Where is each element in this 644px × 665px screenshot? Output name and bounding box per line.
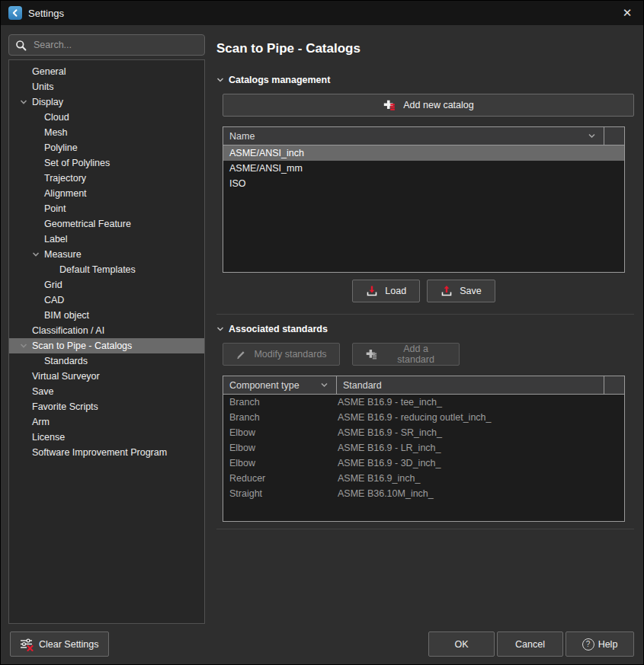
- standards-table: Component type Standard BranchASME B16.9…: [223, 376, 625, 522]
- sidebar-item[interactable]: Set of Polylines: [9, 155, 204, 171]
- sidebar-item[interactable]: Virtual Surveyor: [9, 369, 204, 384]
- sidebar-item[interactable]: Grid: [9, 277, 204, 293]
- catalog-name: ASME/ANSI_inch: [223, 148, 304, 158]
- sidebar-item[interactable]: Polyline: [9, 140, 204, 155]
- sidebar-item-label: Grid: [44, 280, 62, 290]
- catalogs-section-header[interactable]: Catalogs management: [216, 75, 634, 85]
- sidebar-item[interactable]: Label: [9, 232, 204, 247]
- sidebar-item[interactable]: Default Templates: [9, 262, 204, 277]
- sidebar-item[interactable]: Classification / AI: [9, 323, 204, 338]
- clear-settings-button[interactable]: Clear Settings: [10, 631, 109, 657]
- catalogs-name-header: Name: [229, 131, 255, 142]
- sidebar-item[interactable]: Trajectory: [9, 171, 204, 186]
- cancel-button[interactable]: Cancel: [497, 631, 563, 657]
- chevron-down-icon[interactable]: [20, 98, 27, 106]
- add-new-catalog-label: Add new catalog: [403, 100, 473, 110]
- sidebar-item-label: Software Improvement Program: [32, 447, 167, 458]
- header-stub-column: [604, 376, 624, 394]
- sidebar-item-label: License: [32, 432, 65, 443]
- sidebar-item[interactable]: General: [9, 64, 204, 79]
- add-standard-button[interactable]: Add a standard: [352, 343, 460, 366]
- save-upload-icon: [441, 285, 453, 297]
- sidebar-item[interactable]: Mesh: [9, 125, 204, 140]
- sidebar-item-label: Point: [44, 203, 66, 214]
- catalogs-table-header[interactable]: Name: [223, 127, 624, 145]
- component-type-cell: Branch: [223, 412, 331, 423]
- sidebar-item[interactable]: Scan to Pipe - Catalogs: [9, 338, 204, 353]
- sidebar-item-label: General: [32, 66, 66, 77]
- section-divider: [216, 314, 634, 315]
- component-type-cell: Elbow: [223, 458, 331, 468]
- standard-row[interactable]: BranchASME B16.9 - reducing outlet_inch_: [223, 410, 624, 425]
- catalogs-table: Name ASME/ANSI_inchASME/ANSI_mmISO: [223, 126, 625, 273]
- ok-label: OK: [454, 639, 468, 650]
- sidebar-item[interactable]: Point: [9, 201, 204, 216]
- add-plus-icon: [365, 347, 378, 361]
- catalog-row[interactable]: ASME/ANSI_mm: [223, 161, 624, 176]
- sidebar-item[interactable]: Arm: [9, 414, 204, 430]
- clear-settings-label: Clear Settings: [39, 639, 99, 650]
- standards-section-header[interactable]: Associated standards: [216, 324, 634, 334]
- sidebar: Search... GeneralUnitsDisplayCloudMeshPo…: [8, 34, 205, 624]
- sidebar-item[interactable]: Display: [9, 94, 204, 110]
- sidebar-item[interactable]: Cloud: [9, 110, 204, 125]
- sidebar-item[interactable]: License: [9, 430, 204, 445]
- help-button[interactable]: ? Help: [566, 631, 634, 657]
- modify-standards-button[interactable]: Modify standards: [223, 343, 340, 366]
- catalog-row[interactable]: ASME/ANSI_inch: [223, 145, 624, 161]
- standard-row[interactable]: ElbowASME B16.9 - 3D_inch_: [223, 456, 624, 471]
- close-icon[interactable]: ✕: [611, 1, 643, 25]
- settings-tree: GeneralUnitsDisplayCloudMeshPolylineSet …: [8, 59, 205, 624]
- sort-chevron-icon[interactable]: [588, 133, 596, 139]
- standard-cell: ASME B16.9_inch_: [331, 473, 624, 484]
- sidebar-item[interactable]: Measure: [9, 247, 204, 262]
- modify-standards-label: Modify standards: [254, 349, 326, 360]
- help-label: Help: [598, 639, 618, 650]
- standard-row[interactable]: StraightASME B36.10M_inch_: [223, 486, 624, 501]
- sidebar-item[interactable]: CAD: [9, 293, 204, 308]
- search-input[interactable]: Search...: [8, 34, 205, 56]
- load-label: Load: [385, 286, 406, 296]
- standard-row[interactable]: ElbowASME B16.9 - LR_inch_: [223, 440, 624, 456]
- component-type-header: Component type: [229, 380, 300, 391]
- sidebar-item[interactable]: Geometrical Feature: [9, 216, 204, 232]
- sidebar-item[interactable]: BIM object: [9, 308, 204, 323]
- load-save-row: Load Save: [223, 280, 625, 302]
- sidebar-item-label: Trajectory: [44, 173, 86, 184]
- collapse-chevron-icon: [216, 325, 224, 333]
- chevron-down-icon[interactable]: [32, 251, 40, 258]
- standard-cell: ASME B16.9 - 3D_inch_: [331, 458, 624, 468]
- sidebar-item[interactable]: Favorite Scripts: [9, 399, 204, 414]
- standard-cell: ASME B16.9 - SR_inch_: [331, 427, 624, 438]
- sidebar-item-label: Label: [44, 234, 68, 245]
- header-stub-column: [604, 127, 624, 145]
- chevron-down-icon[interactable]: [20, 342, 27, 350]
- sidebar-item[interactable]: Units: [9, 79, 204, 94]
- sidebar-item-label: Classification / AI: [32, 325, 104, 336]
- title-bar: Settings ✕: [1, 1, 643, 25]
- standard-header: Standard: [343, 380, 382, 391]
- standards-table-header[interactable]: Component type Standard: [223, 376, 624, 395]
- sidebar-item[interactable]: Standards: [9, 353, 204, 369]
- save-button[interactable]: Save: [427, 280, 495, 302]
- sidebar-item-label: BIM object: [44, 310, 89, 321]
- sidebar-item[interactable]: Save: [9, 384, 204, 399]
- ok-button[interactable]: OK: [428, 631, 495, 657]
- save-label: Save: [460, 286, 482, 296]
- sort-chevron-icon[interactable]: [320, 382, 328, 388]
- add-new-catalog-button[interactable]: Add new catalog: [223, 94, 634, 117]
- sidebar-item[interactable]: Software Improvement Program: [9, 445, 204, 460]
- sidebar-item-label: Geometrical Feature: [44, 219, 131, 229]
- load-button[interactable]: Load: [352, 280, 420, 302]
- sidebar-item-label: CAD: [44, 295, 64, 305]
- standard-row[interactable]: BranchASME B16.9 - tee_inch_: [223, 395, 624, 410]
- standard-row[interactable]: ElbowASME B16.9 - SR_inch_: [223, 425, 624, 440]
- standard-row[interactable]: ReducerASME B16.9_inch_: [223, 471, 624, 486]
- sidebar-item[interactable]: Alignment: [9, 186, 204, 201]
- sidebar-item-label: Save: [32, 386, 54, 397]
- standard-cell: ASME B16.9 - reducing outlet_inch_: [331, 412, 624, 423]
- sidebar-item-label: Default Templates: [59, 264, 136, 275]
- catalog-row[interactable]: ISO: [223, 176, 624, 191]
- clear-settings-sliders-icon: [20, 638, 34, 651]
- catalog-name: ASME/ANSI_mm: [223, 163, 303, 174]
